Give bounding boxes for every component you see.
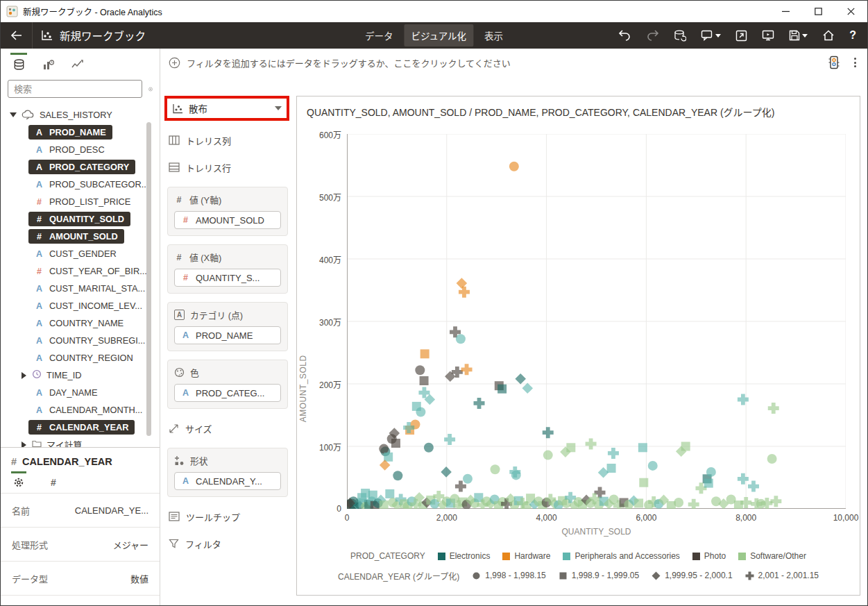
add-filter-icon[interactable]: [169, 57, 180, 69]
tree-item-quantity_sold[interactable]: #QUANTITY_SOLD: [1, 210, 160, 228]
data-point[interactable]: [380, 500, 389, 509]
export-icon[interactable]: [735, 30, 747, 42]
dataset-row[interactable]: SALES_HISTORY: [1, 106, 160, 124]
data-point[interactable]: [444, 434, 455, 445]
data-point[interactable]: [420, 376, 429, 385]
slot-size[interactable]: サイズ: [169, 421, 287, 436]
back-button[interactable]: [1, 22, 33, 49]
data-point[interactable]: [674, 498, 683, 507]
data-point[interactable]: [522, 383, 533, 394]
data-point[interactable]: [509, 162, 519, 171]
data-point[interactable]: [497, 385, 507, 394]
tree-item-cust_income_lev[interactable]: ACUST_INCOME_LEV...: [1, 297, 160, 314]
slot-trellis-columns[interactable]: トレリス列: [169, 133, 287, 148]
tree-scrollbar[interactable]: [146, 122, 151, 436]
data-point[interactable]: [463, 474, 473, 484]
pill-calendar-year[interactable]: ACALENDAR_Y...: [174, 472, 281, 490]
tree-item-cust_year_of_bir[interactable]: #CUST_YEAR_OF_BIR...: [1, 262, 160, 280]
tab-general-properties[interactable]: [11, 471, 26, 488]
data-point[interactable]: [738, 473, 749, 485]
legend-item-peripherals-and-accessories[interactable]: Peripherals and Accessories: [563, 551, 679, 561]
filter-bar[interactable]: フィルタを追加するにはデータをドラッグするか、ここをクリックしてください: [160, 49, 867, 76]
visualization-settings-icon[interactable]: [828, 56, 840, 69]
present-icon[interactable]: [762, 30, 774, 41]
data-point[interactable]: [586, 438, 597, 449]
tree-item-prod_desc[interactable]: APROD_DESC: [1, 141, 160, 158]
data-point[interactable]: [543, 427, 554, 438]
data-point[interactable]: [416, 407, 425, 417]
data-point[interactable]: [420, 349, 429, 358]
data-point[interactable]: [688, 499, 699, 509]
data-point[interactable]: [638, 443, 647, 452]
data-point[interactable]: [511, 470, 521, 480]
legend-item-photo[interactable]: Photo: [692, 551, 726, 561]
slot-tooltip[interactable]: ツールチップ: [169, 509, 287, 524]
data-point[interactable]: [566, 443, 575, 452]
chart-type-dropdown[interactable]: 散布: [167, 99, 287, 118]
tab-visualize[interactable]: ビジュアル化: [404, 24, 473, 47]
property-row-aggregation[interactable]: 集計 合計: [1, 595, 160, 606]
data-point[interactable]: [648, 461, 658, 471]
legend-shape-item[interactable]: 1,999.95 - 2,000.1: [652, 571, 732, 580]
property-row-data-type[interactable]: データ型 数値: [1, 561, 160, 595]
legend-item-electronics[interactable]: Electronics: [438, 551, 491, 561]
data-point[interactable]: [474, 398, 485, 409]
tree-item-prod_list_price[interactable]: #PROD_LIST_PRICE: [1, 193, 160, 210]
undo-icon[interactable]: [618, 30, 631, 41]
pill-prod-category[interactable]: APROD_CATEG...: [174, 384, 281, 402]
tree-item-country_region[interactable]: ACOUNTRY_REGION: [1, 349, 160, 367]
property-row-name[interactable]: 名前 CALENDAR_YE...: [1, 493, 160, 527]
data-point[interactable]: [393, 471, 402, 480]
pill-prod-name[interactable]: APROD_NAME: [174, 326, 281, 344]
legend-shape-item[interactable]: 2,001 - 2,001.15: [745, 571, 819, 580]
slot-filter[interactable]: フィルタ: [169, 536, 287, 551]
tree-item-prod_subcategor[interactable]: APROD_SUBCATEGOR...: [1, 176, 160, 193]
redo-icon[interactable]: [646, 30, 659, 41]
tree-item-prod_category[interactable]: APROD_CATEGORY: [1, 158, 160, 176]
tab-data-elements[interactable]: [6, 49, 31, 76]
data-point[interactable]: [767, 454, 777, 464]
legend-shape-item[interactable]: 1,998 - 1,998.15: [472, 571, 545, 580]
maximize-button[interactable]: [802, 1, 835, 22]
legend-item-hardware[interactable]: Hardware: [502, 551, 550, 561]
legend-shape-item[interactable]: 1,998.9 - 1,999.05: [559, 571, 639, 580]
tree-item-prod_name[interactable]: APROD_NAME: [1, 124, 160, 141]
tree-item-day_name[interactable]: ADAY_NAME: [1, 384, 160, 401]
save-icon[interactable]: [789, 30, 808, 41]
slot-trellis-rows[interactable]: トレリス行: [169, 160, 287, 175]
search-input[interactable]: [8, 80, 142, 98]
data-point[interactable]: [361, 489, 370, 498]
tree-item-cust_marital_sta[interactable]: ACUST_MARITAL_STA...: [1, 280, 160, 297]
data-point[interactable]: [424, 443, 434, 453]
data-point[interactable]: [456, 334, 466, 344]
tree-item-country_subregi[interactable]: ACOUNTRY_SUBREGI...: [1, 332, 160, 349]
tree-item-[interactable]: マイ計算: [1, 436, 160, 447]
minimize-button[interactable]: [769, 1, 802, 22]
tree-item-calendar_month[interactable]: ACALENDAR_MONTH...: [1, 401, 160, 419]
data-point[interactable]: [461, 364, 473, 375]
collapse-icon[interactable]: [10, 112, 17, 117]
data-point[interactable]: [634, 498, 643, 507]
property-row-treat-as[interactable]: 処理形式 メジャー: [1, 527, 160, 561]
tree-item-country_name[interactable]: ACOUNTRY_NAME: [1, 314, 160, 332]
data-point[interactable]: [385, 489, 394, 498]
tree-item-cust_gender[interactable]: ACUST_GENDER: [1, 245, 160, 262]
refresh-data-icon[interactable]: [674, 30, 686, 42]
tab-visualizations[interactable]: [35, 49, 60, 76]
pill-amount-sold[interactable]: #AMOUNT_SOLD: [174, 211, 281, 229]
plot-area[interactable]: [347, 134, 846, 509]
data-point[interactable]: [387, 434, 397, 444]
visualization-container[interactable]: QUANTITY_SOLD, AMOUNT_SOLD / PROD_NAME, …: [296, 96, 860, 596]
data-point[interactable]: [379, 444, 389, 454]
data-point[interactable]: [748, 481, 759, 492]
menu-icon[interactable]: [854, 58, 856, 67]
close-button[interactable]: [835, 1, 867, 22]
data-point[interactable]: [459, 287, 470, 298]
tree-item-calendar_year[interactable]: #CALENDAR_YEAR: [1, 419, 160, 436]
tab-data[interactable]: データ: [358, 24, 400, 47]
tree-item-amount_sold[interactable]: #AMOUNT_SOLD: [1, 228, 160, 245]
data-point[interactable]: [415, 365, 425, 375]
data-point[interactable]: [738, 394, 749, 405]
data-point[interactable]: [768, 403, 779, 414]
data-point[interactable]: [608, 448, 619, 459]
